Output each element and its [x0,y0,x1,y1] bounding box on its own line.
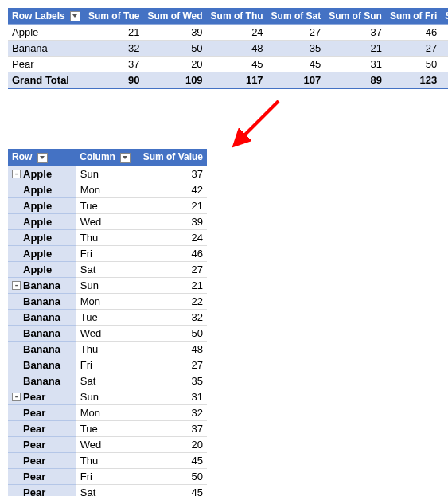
table-row[interactable]: BananaMon22 [8,293,207,309]
cell-value: 50 [143,41,206,57]
row-text: Apple [23,184,52,196]
arrow-annotation [8,97,440,145]
cell-value: 20 [143,57,206,72]
grand-total-label: Grand Total [8,72,84,89]
pivot-wide: Row Labels Sum of Tue Sum of Wed Sum of … [8,8,448,89]
filter-dropdown-icon[interactable] [37,153,48,163]
column-value: Sun [76,277,137,293]
table-row[interactable]: Pear37204545315032 [8,57,448,72]
col-column[interactable]: Column [76,149,137,166]
table-row[interactable]: PearMon32 [8,404,207,420]
table-row[interactable]: BananaTue32 [8,309,207,325]
column-value: Sat [76,373,137,389]
row-label: -Apple [8,166,76,182]
sum-value: 45 [137,484,207,496]
row-label: Apple [8,229,76,245]
pivot-wide-header-row: Row Labels Sum of Tue Sum of Wed Sum of … [8,8,448,25]
svg-line-0 [239,101,279,141]
col-wed[interactable]: Sum of Wed [143,8,206,25]
cell-value: 50 [386,57,441,72]
column-value: Wed [76,213,137,229]
cell-value: 45 [207,57,267,72]
filter-dropdown-icon[interactable] [70,11,80,21]
column-value: Thu [76,452,137,468]
row-text: Banana [23,359,60,371]
cell-value: 37 [84,57,143,72]
cell-value: 21 [84,25,143,41]
col-fri[interactable]: Sum of Fri [386,8,441,25]
col-row-labels[interactable]: Row Labels [8,8,84,25]
table-row[interactable]: -BananaSun21 [8,277,207,293]
sum-value: 39 [137,213,207,229]
table-row[interactable]: PearTue37 [8,420,207,436]
grand-total-value: 89 [325,72,386,89]
row-label: Pear [8,57,84,72]
col-sum-of-value[interactable]: Sum of Value [137,149,207,166]
cell-value: 45 [267,57,325,72]
arrow-icon [231,97,286,153]
cell-value: 21 [325,41,386,57]
table-row[interactable]: AppleMon42 [8,182,207,197]
row-text: Pear [23,455,45,467]
sum-value: 27 [137,357,207,373]
row-text: Apple [23,264,52,275]
column-value: Wed [76,436,137,452]
header-label: Row Labels [12,10,65,21]
row-label: Apple [8,25,84,41]
table-row[interactable]: Banana32504835212722 [8,41,448,57]
col-sun[interactable]: Sum of Sun [325,8,386,25]
row-label: Pear [8,484,76,496]
table-row[interactable]: BananaWed50 [8,325,207,341]
grand-total-row: Grand Total901091171078912396 [8,72,448,89]
table-row[interactable]: AppleTue21 [8,197,207,213]
table-row[interactable]: AppleSat27 [8,261,207,277]
cell-value: 46 [386,25,441,41]
table-row[interactable]: BananaFri27 [8,357,207,373]
column-value: Mon [76,182,137,197]
row-text: Pear [23,391,45,403]
row-label: Apple [8,182,76,197]
col-tue[interactable]: Sum of Tue [84,8,143,25]
table-row[interactable]: BananaSat35 [8,373,207,389]
pivot-narrow-header-row: Row Column Sum of Value [8,149,207,166]
row-label: Pear [8,468,76,484]
collapse-icon[interactable]: - [12,170,21,178]
table-row[interactable]: Apple21392427374642 [8,25,448,41]
sum-value: 46 [137,245,207,261]
column-value: Fri [76,468,137,484]
collapse-icon[interactable]: - [12,393,21,401]
sum-value: 48 [137,341,207,357]
row-label: Apple [8,197,76,213]
table-row[interactable]: AppleThu24 [8,229,207,245]
sum-value: 21 [137,197,207,213]
table-row[interactable]: -AppleSun37 [8,166,207,182]
column-value: Thu [76,341,137,357]
table-row[interactable]: BananaThu48 [8,341,207,357]
col-mon[interactable]: Sum of Mon [441,8,448,25]
col-sat[interactable]: Sum of Sat [267,8,325,25]
col-thu[interactable]: Sum of Thu [207,8,267,25]
table-row[interactable]: PearWed20 [8,436,207,452]
row-label: -Banana [8,277,76,293]
row-label: Banana [8,293,76,309]
header-label: Sum of Value [143,151,203,162]
col-row[interactable]: Row [8,149,76,166]
sum-value: 24 [137,229,207,245]
table-row[interactable]: PearFri50 [8,468,207,484]
table-row[interactable]: PearSat45 [8,484,207,496]
filter-dropdown-icon[interactable] [120,153,131,163]
table-row[interactable]: AppleWed39 [8,213,207,229]
table-row[interactable]: -PearSun31 [8,389,207,404]
table-row[interactable]: AppleFri46 [8,245,207,261]
table-row[interactable]: PearThu45 [8,452,207,468]
cell-value: 39 [143,25,206,41]
collapse-icon[interactable]: - [12,281,21,290]
row-text: Banana [23,343,60,355]
column-value: Tue [76,309,137,325]
cell-value: 27 [267,25,325,41]
column-value: Sat [76,484,137,496]
cell-value: 32 [441,57,448,72]
grand-total-value: 107 [267,72,325,89]
cell-value: 35 [267,41,325,57]
sum-value: 32 [137,309,207,325]
